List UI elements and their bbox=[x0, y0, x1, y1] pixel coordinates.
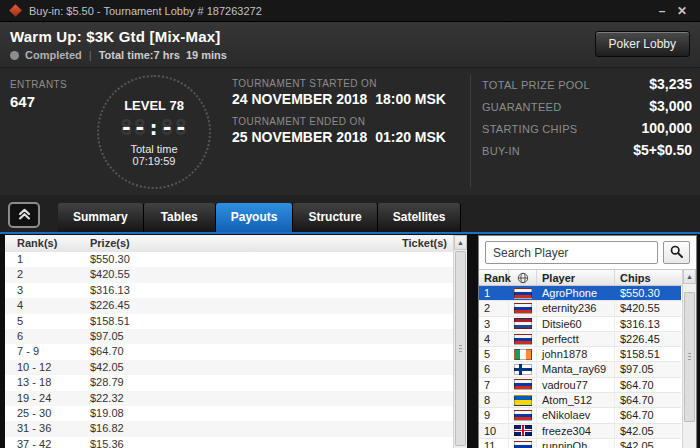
player-row[interactable]: 5 john1878 $158.51 bbox=[479, 347, 681, 362]
payout-rank: 13 - 18 bbox=[5, 375, 90, 390]
player-rank: 5 bbox=[479, 347, 509, 361]
country-flag-icon bbox=[514, 441, 532, 448]
scroll-up-icon[interactable] bbox=[454, 235, 467, 250]
player-chips: $42.05 bbox=[615, 424, 681, 438]
payout-prize: $158.51 bbox=[90, 314, 343, 329]
stat-value: $3,235 bbox=[649, 76, 692, 92]
payout-row: 19 - 24 $22.32 bbox=[5, 391, 453, 406]
player-rank: 1 bbox=[479, 286, 509, 300]
tab-label: Payouts bbox=[231, 210, 278, 224]
collapse-lobby-button[interactable] bbox=[8, 202, 40, 228]
player-row[interactable]: 7 vadrou77 $64.70 bbox=[479, 378, 681, 393]
player-row[interactable]: 2 eternity236 $420.55 bbox=[479, 301, 681, 316]
player-name: AgroPhone bbox=[537, 286, 615, 300]
payout-rank: 19 - 24 bbox=[5, 391, 90, 406]
player-row[interactable]: 4 perfectt $226.45 bbox=[479, 332, 681, 347]
stat-row: TOTAL PRIZE POOL $3,235 bbox=[482, 76, 692, 98]
players-rank-header[interactable]: Rank bbox=[479, 270, 509, 285]
player-rank: 4 bbox=[479, 332, 509, 346]
payouts-panel: Rank(s) Prize(s) Ticket(s) 1 $550.30 2 $… bbox=[5, 235, 467, 448]
player-chips: $64.70 bbox=[615, 393, 681, 407]
payout-prize: $316.13 bbox=[90, 283, 343, 298]
payout-rank: 6 bbox=[5, 329, 90, 344]
player-rank: 7 bbox=[479, 378, 509, 392]
payouts-prize-header: Prize(s) bbox=[90, 235, 357, 252]
player-name: freeze304 bbox=[537, 424, 615, 438]
stat-row: STARTING CHIPS 100,000 bbox=[482, 120, 692, 142]
search-button[interactable] bbox=[663, 241, 690, 264]
players-header-row: Rank Player Chips bbox=[479, 269, 696, 286]
payout-prize: $97.05 bbox=[90, 329, 343, 344]
stat-value: 100,000 bbox=[641, 120, 692, 136]
players-panel: Rank Player Chips 1 AgroPhone $550.30 2 … bbox=[478, 235, 697, 448]
player-row[interactable]: 6 Manta_ray69 $97.05 bbox=[479, 362, 681, 377]
poker-lobby-button[interactable]: Poker Lobby bbox=[595, 31, 690, 57]
players-name-header[interactable]: Player bbox=[537, 270, 615, 285]
players-scrollbar-thumb[interactable] bbox=[684, 292, 695, 422]
scroll-up-icon[interactable] bbox=[683, 269, 696, 284]
events: TOURNAMENT STARTED ON 24 NOVEMBER 2018 1… bbox=[232, 78, 446, 154]
player-row[interactable]: 3 Ditsie60 $316.13 bbox=[479, 317, 681, 332]
country-flag-icon bbox=[514, 395, 532, 406]
titlebar[interactable]: Buy-in: $5.50 - Tournament Lobby # 18726… bbox=[0, 0, 700, 22]
flag-cell bbox=[509, 393, 537, 407]
tab-tables[interactable]: Tables bbox=[144, 203, 216, 232]
payout-row: 10 - 12 $42.05 bbox=[5, 360, 453, 375]
tab-structure[interactable]: Structure bbox=[293, 203, 377, 232]
country-flag-icon bbox=[514, 303, 532, 314]
player-chips: $42.05 bbox=[615, 439, 681, 448]
tournament-clock: LEVEL 78 88:88 --:-- Total time 07:19:59 bbox=[97, 75, 211, 189]
info-section: ENTRANTS 647 LEVEL 78 88:88 --:-- Total … bbox=[0, 69, 700, 195]
player-chips: $316.13 bbox=[615, 317, 681, 331]
player-row[interactable]: 9 eNikolaev $64.70 bbox=[479, 408, 681, 423]
payout-rank: 5 bbox=[5, 314, 90, 329]
tournament-title: Warm Up: $3K Gtd [Mix-Max] bbox=[10, 28, 690, 45]
country-flag-icon bbox=[514, 349, 532, 360]
player-name: vadrou77 bbox=[537, 378, 615, 392]
payout-row: 5 $158.51 bbox=[5, 314, 453, 329]
tabs-bar: SummaryTablesPayoutsStructureSatellites bbox=[0, 195, 700, 232]
country-flag-icon bbox=[514, 379, 532, 390]
players-chips-header[interactable]: Chips bbox=[615, 270, 681, 285]
flag-cell bbox=[509, 332, 537, 346]
event-label: TOURNAMENT STARTED ON bbox=[232, 78, 446, 89]
level-label: LEVEL 78 bbox=[124, 98, 184, 113]
entrants-value: 647 bbox=[10, 93, 67, 110]
player-name: Manta_ray69 bbox=[537, 362, 615, 376]
player-name: runninOh bbox=[537, 439, 615, 448]
player-name: eternity236 bbox=[537, 301, 615, 315]
close-button[interactable]: ✕ bbox=[672, 1, 692, 21]
tab-payouts[interactable]: Payouts bbox=[216, 203, 294, 232]
payouts-ticket-header: Ticket(s) bbox=[357, 235, 467, 252]
total-time-text: Total time:7 hrs 19 mins bbox=[99, 49, 227, 61]
player-row[interactable]: 8 Atom_512 $64.70 bbox=[479, 393, 681, 408]
payout-row: 6 $97.05 bbox=[5, 329, 453, 344]
payout-prize: $28.79 bbox=[90, 375, 343, 390]
player-row[interactable]: 11 runninOh $42.05 bbox=[479, 439, 681, 448]
country-flag-icon bbox=[514, 334, 532, 345]
entrants-block: ENTRANTS 647 bbox=[10, 79, 67, 110]
player-name: eNikolaev bbox=[537, 408, 615, 422]
flag-cell bbox=[509, 286, 537, 300]
tournament-lobby-window: Buy-in: $5.50 - Tournament Lobby # 18726… bbox=[0, 0, 700, 448]
player-rank: 8 bbox=[479, 393, 509, 407]
payout-ticket bbox=[343, 406, 453, 421]
minimize-button[interactable]: – bbox=[652, 1, 672, 21]
player-row[interactable]: 10 freeze304 $42.05 bbox=[479, 424, 681, 439]
player-chips: $158.51 bbox=[615, 347, 681, 361]
stat-row: GUARANTEED $3,000 bbox=[482, 98, 692, 120]
tab-label: Satellites bbox=[393, 210, 446, 224]
search-player-input[interactable] bbox=[485, 241, 658, 264]
payouts-scrollbar-thumb[interactable] bbox=[455, 251, 466, 446]
tab-satellites[interactable]: Satellites bbox=[378, 203, 462, 232]
payout-rank: 31 - 36 bbox=[5, 421, 90, 436]
payout-row: 2 $420.55 bbox=[5, 267, 453, 282]
player-row[interactable]: 1 AgroPhone $550.30 bbox=[479, 286, 681, 301]
player-chips: $64.70 bbox=[615, 408, 681, 422]
tab-summary[interactable]: Summary bbox=[58, 203, 144, 232]
payouts-rank-header: Rank(s) bbox=[5, 235, 90, 252]
payout-ticket bbox=[343, 421, 453, 436]
country-column-header[interactable] bbox=[509, 270, 537, 285]
player-chips: $64.70 bbox=[615, 378, 681, 392]
player-name: john1878 bbox=[537, 347, 615, 361]
